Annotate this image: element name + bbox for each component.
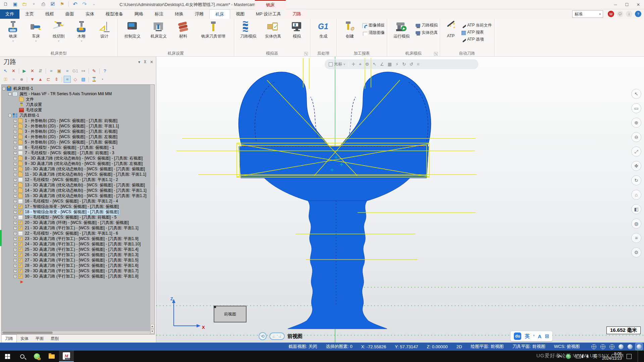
- toolpath-operation[interactable]: + 15 - 3D 高速刀路 (优化动态铣削) - [WCS: 俯视图] - […: [14, 193, 154, 198]
- control-definition-button[interactable]: 控制定义: [120, 20, 145, 42]
- scroll-down-icon[interactable]: ▼: [151, 329, 154, 334]
- toolpath-operation[interactable]: + 3 - 外形铣削 (2D) - [WCS: 俯视图] - [刀具面: 右视图…: [14, 129, 154, 134]
- deselect-all-operations-icon[interactable]: ✕: [10, 67, 17, 74]
- show-desktop-button[interactable]: [638, 351, 639, 362]
- ribbon-tab[interactable]: 标注: [149, 9, 169, 19]
- pan-icon[interactable]: ✥: [631, 161, 641, 171]
- status-field[interactable]: WCS: 俯视图: [554, 344, 580, 350]
- atp-button[interactable]: ★★★ ATP: [442, 20, 460, 41]
- undo-icon[interactable]: ↶: [72, 1, 78, 7]
- ime-menu-icon[interactable]: ⊞: [545, 333, 549, 339]
- rotate-view-icon[interactable]: ↻: [631, 175, 641, 185]
- ime-language-indicator[interactable]: 英: [593, 353, 597, 359]
- verify-button[interactable]: ✓ 实体仿真: [261, 20, 285, 42]
- expand-icon[interactable]: +: [14, 184, 17, 187]
- expand-icon[interactable]: +: [14, 216, 17, 219]
- send-icon[interactable]: ↦: [80, 67, 87, 74]
- backplot-button[interactable]: ≈≈≈ 刀路模拟: [236, 20, 260, 42]
- wire-button[interactable]: 线切割˅: [48, 20, 70, 42]
- file-explorer-button[interactable]: [44, 351, 59, 362]
- select-all-operations-icon[interactable]: ↖: [2, 67, 9, 74]
- expand-icon[interactable]: +: [14, 189, 17, 192]
- new-file-icon[interactable]: 🗋: [3, 1, 9, 7]
- select-mode-icon[interactable]: ↖: [373, 62, 376, 67]
- expand-icon[interactable]: +: [14, 237, 17, 240]
- pan-arrows-icon[interactable]: ← →: [269, 333, 285, 340]
- edit-document-icon[interactable]: 🗹: [50, 1, 56, 7]
- status-field[interactable]: 绘图平面: 前视图: [471, 344, 503, 350]
- wireframe-globe-icon[interactable]: [590, 343, 597, 350]
- run-simulation-button[interactable]: ▶ 运行模拟: [389, 20, 414, 42]
- ghost-toolpath-icon[interactable]: ☻: [18, 76, 25, 83]
- ribbon-tab[interactable]: 主页: [19, 9, 40, 19]
- backplot-selected-icon[interactable]: ≈: [48, 67, 55, 74]
- panel-tab[interactable]: 层别: [47, 335, 62, 343]
- select-toolpath-icon[interactable]: ≈: [64, 76, 71, 83]
- more-options-icon[interactable]: ⌗: [417, 62, 419, 67]
- toolpath-operation[interactable]: + 24 - 3D 高速刀路 (平行加工) - [WCS: 俯视图] - [刀具…: [14, 241, 154, 247]
- ime-language-toggle[interactable]: 英: [525, 333, 530, 340]
- toolpath-operation[interactable]: + 16 - 毛坯模型 - [WCS: 俯视图] - [刀具面: 平面1.2] …: [14, 198, 154, 204]
- toolpath-operation[interactable]: + 14 - 3D 高速刀路 (优化动态铣削) - [WCS: 俯视图] - […: [14, 188, 154, 193]
- simulator-options-icon[interactable]: ≈: [64, 67, 71, 74]
- expand-icon[interactable]: +: [14, 269, 17, 273]
- expand-icon[interactable]: +: [14, 232, 17, 235]
- expand-icon[interactable]: +: [14, 157, 17, 160]
- dialog-launcher-icon[interactable]: ⇘: [304, 52, 308, 56]
- browser-button[interactable]: [30, 351, 44, 362]
- machine-sim-icon[interactable]: ⌛: [91, 76, 98, 83]
- antivirus-tray-icon[interactable]: [566, 354, 571, 359]
- shaded-sphere-icon[interactable]: [636, 343, 642, 350]
- expand-icon[interactable]: +: [14, 125, 17, 128]
- expand-icon[interactable]: +: [14, 141, 17, 144]
- atp-current-file-button[interactable]: 1 ATP 当前文件: [460, 22, 492, 28]
- expand-icon[interactable]: +: [14, 264, 17, 267]
- move-insert-icon[interactable]: ⊏: [45, 76, 52, 83]
- move-up-icon[interactable]: ▲: [37, 76, 44, 83]
- help-icon[interactable]: ?: [101, 67, 108, 74]
- window-zoom-icon[interactable]: ▭: [631, 103, 641, 113]
- toolpath-operation[interactable]: + 17 - 智能综合渐变 - [WCS: 俯视图] - [刀具面: 俯视图]: [14, 204, 154, 209]
- scroll-insert-icon[interactable]: ⇕: [53, 76, 60, 83]
- panel-tab[interactable]: 实体: [17, 335, 32, 343]
- panel-tab[interactable]: 平面: [32, 335, 47, 343]
- expand-icon[interactable]: +: [14, 135, 17, 138]
- style-combo[interactable]: 标准 ▾: [572, 10, 603, 18]
- gnomon-xyz-icon[interactable]: ✛: [352, 62, 355, 67]
- toolpath-operation[interactable]: + 27 - 3D 高速刀路 (平行加工) - [WCS: 俯视图] - [刀具…: [14, 257, 154, 263]
- toolpath-operation[interactable]: + 10 - 3D 高速刀路 (优化动态铣削) - [WCS: 俯视图] - […: [14, 166, 154, 172]
- selection-bar[interactable]: 光标 ˅ ✛⌖⚙↖∠▦⚡↻↺⌗: [324, 59, 479, 69]
- ime-logo-icon[interactable]: du: [514, 333, 521, 340]
- volume-icon[interactable]: [586, 355, 588, 358]
- dialog-launcher-icon[interactable]: ⇘: [434, 52, 438, 56]
- toolpath-operation[interactable]: + 29 - 3D 高速刀路 (平行加工) - [WCS: 俯视图] - [刀具…: [14, 268, 154, 274]
- atp-report-button[interactable]: ★ ATP 报表: [460, 29, 492, 35]
- ime-toolbar[interactable]: du 英 ’ A ⊞: [511, 331, 552, 341]
- tab-file[interactable]: 文件: [0, 9, 19, 19]
- expand-icon[interactable]: +: [14, 173, 17, 176]
- edit-common-parameters-icon[interactable]: ✎: [91, 67, 98, 74]
- toggle-toolpath-display-icon[interactable]: ≈: [10, 76, 17, 83]
- ime-punctuation-icon[interactable]: ’: [533, 334, 534, 339]
- toolpath-operation[interactable]: + 19 - 毛坯模型 - [WCS: 俯视图] - [刀具面: 前视图] - …: [14, 215, 154, 220]
- save-icon[interactable]: ▣: [12, 1, 18, 7]
- regen-selected-icon[interactable]: ▶: [21, 67, 28, 74]
- machine-sim-verify-button[interactable]: 实体仿真: [415, 29, 438, 36]
- expand-icon[interactable]: +: [14, 259, 17, 262]
- maximize-button[interactable]: ☐: [621, 0, 633, 9]
- autocursor-combo[interactable]: 光标 ˅: [329, 61, 345, 67]
- panel-menu-icon[interactable]: ▾: [138, 60, 140, 64]
- panel-tab[interactable]: 刀路: [1, 335, 17, 343]
- expand-icon[interactable]: +: [14, 253, 17, 256]
- machine-sim-backplot-button[interactable]: 刀路模拟: [415, 22, 438, 28]
- viewport-options-icon[interactable]: ⚙: [631, 247, 641, 257]
- redo-icon[interactable]: ↷: [82, 1, 88, 7]
- expand-icon[interactable]: +: [14, 119, 17, 122]
- wireframe-globe-icon[interactable]: [608, 343, 615, 350]
- toolpath-operation[interactable]: + 12 - 毛坯模型 - [WCS: 俯视图] - [刀具面: 平面1.1] …: [14, 177, 154, 182]
- grid-icon[interactable]: ▦: [388, 62, 392, 67]
- expand-icon[interactable]: +: [14, 178, 17, 181]
- expand-icon[interactable]: +: [14, 200, 17, 203]
- toolpath-operation[interactable]: + 26 - 3D 高速刀路 (平行加工) - [WCS: 俯视图] - [刀具…: [14, 252, 154, 257]
- tree-node-tool-settings[interactable]: 刀具设置: [19, 102, 154, 107]
